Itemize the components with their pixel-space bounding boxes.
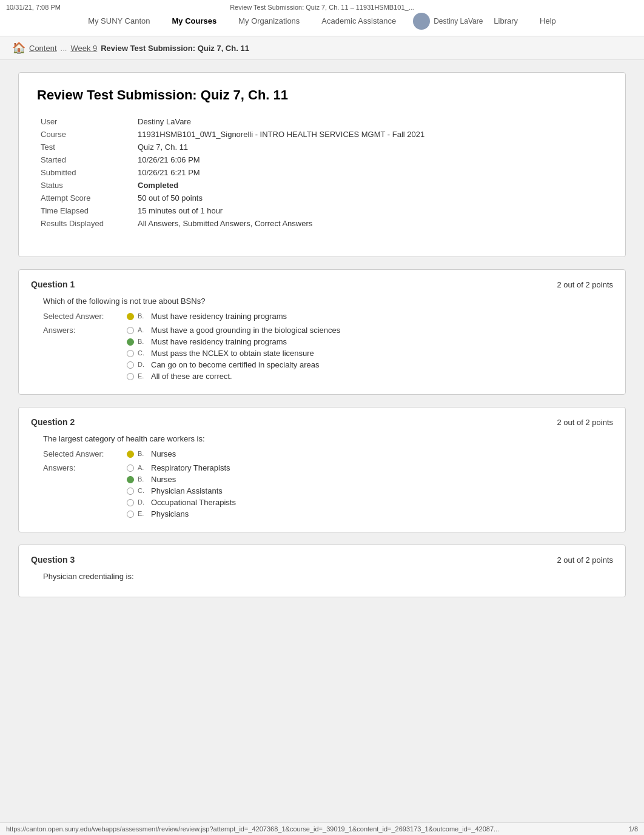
answer-text: Physician Assistants (151, 486, 223, 495)
nav-my-suny-canton[interactable]: My SUNY Canton (77, 12, 161, 30)
answer-option: C.Must pass the NCLEX to obtain state li… (127, 349, 340, 358)
question-1-title: Question 1 (31, 280, 75, 289)
footer-url: https://canton.open.suny.edu/webapps/ass… (6, 825, 499, 833)
answer-letter: D. (138, 360, 147, 368)
nav-help[interactable]: Help (529, 12, 567, 30)
answer-option: E.All of these are correct. (127, 372, 340, 381)
answer-dot (127, 476, 134, 483)
info-row: Attempt Score50 out of 50 points (37, 192, 607, 204)
answer-option: D.Occupational Therapists (127, 498, 236, 507)
answer-letter: D. (138, 498, 147, 506)
answer-letter: B. (138, 337, 147, 345)
question-2-selected-answer: B. Nurses (127, 449, 176, 458)
info-row: Results DisplayedAll Answers, Submitted … (37, 217, 607, 230)
answer-dot (127, 499, 134, 506)
question-2-text: The largest category of health care work… (43, 434, 613, 443)
question-1-block: Question 1 2 out of 2 points Which of th… (18, 269, 626, 395)
info-value: Quiz 7, Ch. 11 (134, 141, 607, 153)
question-2-header: Question 2 2 out of 2 points (31, 417, 613, 427)
answer-dot (127, 350, 134, 357)
top-navigation: 10/31/21, 7:08 PM Review Test Submission… (0, 0, 644, 36)
info-label: Submitted (37, 166, 134, 179)
question-2-options: A.Respiratory TherapistsB.NursesC.Physic… (127, 463, 236, 518)
answer-dot (127, 361, 134, 369)
answer-letter: E. (138, 372, 147, 380)
info-value: 15 minutes out of 1 hour (134, 204, 607, 217)
browser-title: Review Test Submission: Quiz 7, Ch. 11 –… (230, 4, 414, 11)
answer-option: E.Physicians (127, 509, 236, 518)
info-value: 11931HSMB101_0W1_Signorelli - INTRO HEAL… (134, 128, 607, 141)
info-value: Destiny LaVare (134, 115, 607, 128)
answer-option: A.Must have a good grounding in the biol… (127, 326, 340, 335)
footer-page: 1/8 (629, 825, 638, 833)
info-row: Time Elapsed15 minutes out of 1 hour (37, 204, 607, 217)
answer-text: All of these are correct. (151, 372, 232, 381)
answer-letter: B. (138, 475, 147, 483)
info-value: 50 out of 50 points (134, 192, 607, 204)
answer-letter: C. (138, 486, 147, 494)
breadcrumb-sep1: ... (61, 44, 67, 53)
answer-dot (127, 338, 134, 346)
nav-academic-assistance[interactable]: Academic Assistance (310, 12, 407, 30)
question-3-text: Physician credentialing is: (43, 572, 613, 581)
question-2-block: Question 2 2 out of 2 points The largest… (18, 407, 626, 532)
answer-letter: C. (138, 349, 147, 357)
answer-text: Must have a good grounding in the biolog… (151, 326, 340, 335)
answer-dot (127, 464, 134, 472)
info-value: 10/26/21 6:06 PM (134, 153, 607, 166)
answer-text: Must have residency training programs (151, 337, 287, 346)
info-row: Submitted10/26/21 6:21 PM (37, 166, 607, 179)
selected-letter-2: B. (138, 449, 147, 457)
info-row: TestQuiz 7, Ch. 11 (37, 141, 607, 153)
question-3-title: Question 3 (31, 555, 75, 565)
avatar (413, 13, 430, 30)
breadcrumb-week9[interactable]: Week 9 (70, 44, 97, 53)
selected-letter: B. (138, 312, 147, 320)
answer-option: D.Can go on to become certified in speci… (127, 360, 340, 369)
selected-dot (127, 313, 134, 320)
nav-my-organizations[interactable]: My Organizations (227, 12, 310, 30)
answer-dot (127, 327, 134, 334)
selected-text: Must have residency training programs (151, 312, 287, 321)
footer-bar: https://canton.open.suny.edu/webapps/ass… (0, 822, 644, 834)
question-1-options: A.Must have a good grounding in the biol… (127, 326, 340, 381)
question-2-selected-row: Selected Answer: B. Nurses (43, 449, 613, 458)
info-value: All Answers, Submitted Answers, Correct … (134, 217, 607, 230)
breadcrumb-current: Review Test Submission: Quiz 7, Ch. 11 (101, 44, 249, 53)
question-1-points: 2 out of 2 points (557, 280, 613, 289)
main-content: Review Test Submission: Quiz 7, Ch. 11 U… (0, 60, 644, 834)
answer-dot (127, 488, 134, 495)
question-1-answers-row: Answers: A.Must have a good grounding in… (43, 326, 613, 381)
answer-text: Physicians (151, 509, 189, 518)
home-icon[interactable]: 🏠 (12, 41, 25, 55)
selected-dot-2 (127, 451, 134, 458)
selected-answer-label: Selected Answer: (43, 312, 122, 321)
nav-user[interactable]: Destiny LaVare (413, 13, 483, 30)
nav-my-courses[interactable]: My Courses (161, 12, 228, 30)
info-label: Time Elapsed (37, 204, 134, 217)
page-title: Review Test Submission: Quiz 7, Ch. 11 (37, 87, 607, 103)
question-1-text: Which of the following is not true about… (43, 297, 613, 306)
info-label: Attempt Score (37, 192, 134, 204)
answer-letter: E. (138, 509, 147, 517)
user-name-label: Destiny LaVare (434, 17, 483, 25)
answer-text: Can go on to become certified in special… (151, 360, 320, 369)
info-label: Course (37, 128, 134, 141)
answer-letter: A. (138, 326, 147, 334)
info-label: Status (37, 179, 134, 192)
submission-card: Review Test Submission: Quiz 7, Ch. 11 U… (18, 72, 626, 257)
breadcrumb-content[interactable]: Content (29, 44, 57, 53)
question-1-selected-row: Selected Answer: B. Must have residency … (43, 312, 613, 321)
answers-label: Answers: (43, 326, 122, 335)
timestamp: 10/31/21, 7:08 PM (6, 4, 61, 11)
question-3-block: Question 3 2 out of 2 points Physician c… (18, 545, 626, 597)
info-row: UserDestiny LaVare (37, 115, 607, 128)
answer-dot (127, 511, 134, 518)
nav-library[interactable]: Library (483, 12, 529, 30)
selected-answer-label-2: Selected Answer: (43, 449, 122, 458)
info-label: User (37, 115, 134, 128)
answer-dot (127, 373, 134, 380)
answer-letter: A. (138, 463, 147, 471)
info-row: Started10/26/21 6:06 PM (37, 153, 607, 166)
selected-text-2: Nurses (151, 449, 176, 458)
